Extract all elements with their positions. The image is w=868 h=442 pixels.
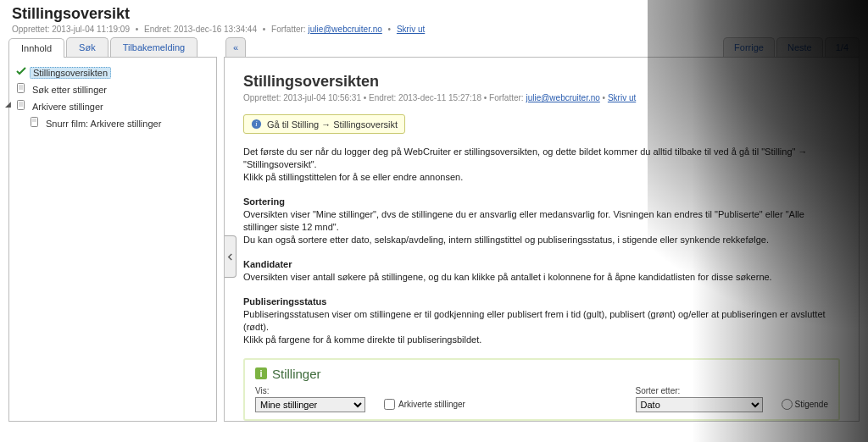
collapse-handle[interactable] xyxy=(225,235,236,278)
nav-tabs: Innhold Søk Tilbakemelding xyxy=(8,37,217,58)
svg-rect-0 xyxy=(18,84,25,93)
stillinger-title: Stillinger xyxy=(272,367,321,381)
page-title: Stillingsoversikt xyxy=(12,5,856,23)
document-icon xyxy=(30,117,40,127)
show-select[interactable]: Mine stillinger xyxy=(255,397,365,412)
svg-rect-4 xyxy=(18,101,25,110)
article-meta: Opprettet: 2013-jul-04 10:56:31 • Endret… xyxy=(243,93,840,102)
author-link[interactable]: julie@webcruiter.no xyxy=(308,25,381,34)
tab-content[interactable]: Innhold xyxy=(8,38,64,58)
callout-text: Gå til Stilling → Stillingsoversikt xyxy=(267,119,398,130)
sort-label: Sorter etter: xyxy=(636,386,763,395)
info-square-icon: i xyxy=(255,367,267,381)
print-link[interactable]: Skriv ut xyxy=(397,25,425,34)
nav-tree: Stillingsoversikten Søk etter stillinger… xyxy=(14,64,211,132)
sort-select[interactable]: Dato xyxy=(636,397,763,412)
svg-rect-8 xyxy=(31,118,38,127)
document-icon xyxy=(16,100,26,110)
prev-button[interactable]: Forrige xyxy=(723,37,775,57)
next-button[interactable]: Neste xyxy=(776,37,823,57)
info-callout: i Gå til Stilling → Stillingsoversikt xyxy=(243,114,405,134)
ascending-radio[interactable]: Stigende xyxy=(782,399,828,410)
paragraph-intro: Det første du ser når du logger deg på W… xyxy=(243,146,840,184)
tree-item-arkivere-stillinger[interactable]: Arkivere stillinger xyxy=(30,102,106,112)
tree-item-stillingsoversikten[interactable]: Stillingsoversikten xyxy=(30,67,111,79)
paragraph-publiseringsstatus: PubliseringsstatusPubliseringsstatusen v… xyxy=(243,296,840,346)
paragraph-sortering: SorteringOversikten viser "Mine stilling… xyxy=(243,196,840,246)
paragraph-kandidater: KandidaterOversikten viser antall søkere… xyxy=(243,258,840,284)
article-title: Stillingsoversikten xyxy=(243,73,840,91)
show-label: Vis: xyxy=(255,386,365,395)
tab-search[interactable]: Søk xyxy=(66,37,108,57)
check-icon xyxy=(16,66,26,76)
tree-item-snurr-film[interactable]: Snurr film: Arkivere stillinger xyxy=(43,119,164,129)
caret-tab[interactable]: « xyxy=(225,37,246,57)
tree-item-sok-etter-stillinger[interactable]: Søk etter stillinger xyxy=(30,85,109,95)
svg-text:i: i xyxy=(259,368,262,378)
tab-feedback[interactable]: Tilbakemelding xyxy=(110,37,198,57)
page-meta: Opprettet: 2013-jul-04 11:19:09 • Endret… xyxy=(12,25,856,34)
tree-toggle-icon[interactable]: ◢ xyxy=(4,101,12,108)
archived-checkbox[interactable]: Arkiverte stillinger xyxy=(384,399,465,410)
info-icon: i xyxy=(251,119,262,130)
article-print-link[interactable]: Skriv ut xyxy=(608,93,636,102)
page-indicator: 1/4 xyxy=(825,37,860,57)
document-icon xyxy=(16,83,26,93)
stillinger-panel: i Stillinger Vis: Mine stillinger xyxy=(243,358,840,421)
article-author-link[interactable]: julie@webcruiter.no xyxy=(526,93,599,102)
